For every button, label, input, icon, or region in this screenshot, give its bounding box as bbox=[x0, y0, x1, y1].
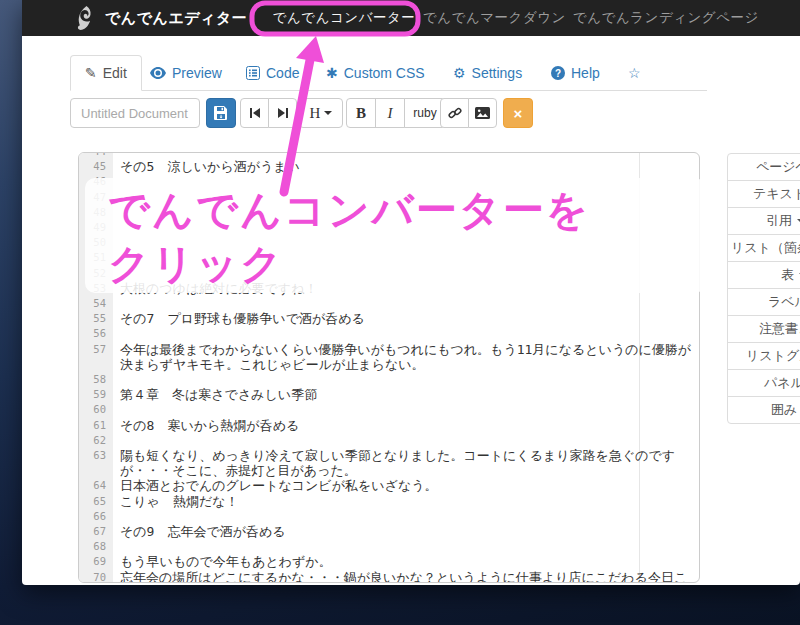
tab-favorite[interactable]: ☆ bbox=[628, 60, 641, 86]
line-text: その8 寒いから熱燗が呑める bbox=[113, 418, 699, 433]
editor-line: 61 その8 寒いから熱燗が呑める bbox=[79, 418, 699, 433]
heading-group: H bbox=[299, 98, 343, 128]
editor-line: 66 bbox=[79, 509, 699, 524]
line-number: 44 bbox=[79, 152, 113, 159]
chapter-nav-group bbox=[240, 98, 297, 128]
editor-line: 59 第４章 冬は寒さでさみしい季節 bbox=[79, 387, 699, 402]
sidebar-snippet-label: リストグル bbox=[746, 347, 800, 365]
annotation-line2: クリック bbox=[108, 237, 590, 291]
tab-settings[interactable]: ⚙ Settings bbox=[453, 60, 522, 86]
tab-settings-label: Settings bbox=[472, 65, 523, 81]
line-number: 54 bbox=[79, 296, 113, 311]
tab-custom-css[interactable]: ✱ Custom CSS bbox=[326, 60, 425, 86]
sidebar-snippet-button[interactable]: リスト（箇条 bbox=[727, 234, 800, 262]
snippet-sidebar: ページヘ テキスト 引用 リスト（箇条 表 ラベル 注意書き bbox=[727, 153, 800, 424]
line-number: 59 bbox=[79, 387, 113, 402]
tab-help[interactable]: ? Help bbox=[551, 60, 600, 86]
line-number: 69 bbox=[79, 554, 113, 569]
editor-line: 44 bbox=[79, 152, 699, 159]
chevron-down-icon bbox=[324, 111, 332, 115]
pencil-icon: ✎ bbox=[85, 66, 97, 80]
line-text: 日本酒とおでんのグレートなコンビが私をいざなう。 bbox=[113, 478, 699, 493]
tab-edit[interactable]: ✎ Edit bbox=[70, 55, 142, 91]
clear-document-button[interactable]: × bbox=[503, 98, 533, 128]
save-icon bbox=[214, 106, 228, 120]
sidebar-snippet-button[interactable]: リストグル bbox=[727, 342, 800, 370]
brand-link[interactable]: でんでんエディター bbox=[74, 0, 247, 36]
ruby-label: ruby bbox=[413, 106, 436, 120]
link-button[interactable] bbox=[440, 98, 469, 128]
line-number: 65 bbox=[79, 494, 113, 509]
sidebar-snippet-button[interactable]: パネル bbox=[727, 369, 800, 397]
editor-line: 67 その9 忘年会で酒が呑める bbox=[79, 524, 699, 539]
line-number: 68 bbox=[79, 539, 113, 554]
line-number: 57 bbox=[79, 342, 113, 372]
annotation-line1: でんでんコンバーターを bbox=[108, 183, 590, 237]
denden-snail-logo-icon bbox=[74, 5, 98, 31]
line-number: 67 bbox=[79, 524, 113, 539]
save-button[interactable] bbox=[206, 98, 236, 128]
editor-line: 45 その5 涼しいから酒がうまい bbox=[79, 159, 699, 174]
eye-icon bbox=[150, 67, 166, 79]
brand-label: でんでんエディター bbox=[105, 9, 247, 28]
sidebar-snippet-button[interactable]: 引用 bbox=[727, 207, 800, 235]
editor-line: 69 もう早いもので今年もあとわずか。 bbox=[79, 554, 699, 569]
nav-item-denden-converter[interactable]: でんでんコンバーター bbox=[270, 0, 418, 36]
insert-group bbox=[440, 98, 497, 128]
line-text: その9 忘年会で酒が呑める bbox=[113, 524, 699, 539]
bold-button[interactable]: B bbox=[346, 98, 376, 128]
line-number: 70 bbox=[79, 570, 113, 583]
tab-help-label: Help bbox=[571, 65, 600, 81]
heading-dropdown-button[interactable]: H bbox=[299, 98, 343, 128]
line-number: 56 bbox=[79, 326, 113, 341]
sidebar-snippet-label: 囲み bbox=[771, 401, 797, 419]
sidebar-snippet-button[interactable]: テキスト bbox=[727, 180, 800, 208]
italic-button[interactable]: I bbox=[375, 98, 405, 128]
editor-line: 64 日本酒とおでんのグレートなコンビが私をいざなう。 bbox=[79, 478, 699, 493]
line-text bbox=[113, 433, 699, 448]
step-backward-button[interactable] bbox=[240, 98, 269, 128]
sidebar-snippet-button[interactable]: 表 bbox=[727, 261, 800, 289]
nav-item-denden-landing-page[interactable]: でんでんランディングページ bbox=[573, 0, 759, 36]
star-icon: ☆ bbox=[628, 66, 641, 80]
tab-code[interactable]: Code bbox=[246, 60, 299, 86]
sidebar-snippet-button[interactable]: ラベル bbox=[727, 288, 800, 316]
editor-line: 57 今年は最後までわからないくらい優勝争いがもつれにもつれ。もう11月になると… bbox=[79, 342, 699, 372]
image-button[interactable] bbox=[468, 98, 497, 128]
sidebar-snippet-label: 表 bbox=[781, 266, 794, 284]
editor-line: 55 その7 プロ野球も優勝争いで酒が呑める bbox=[79, 311, 699, 326]
line-number: 63 bbox=[79, 448, 113, 478]
document-title-input[interactable] bbox=[70, 98, 200, 128]
sidebar-snippet-label: 引用 bbox=[766, 212, 792, 230]
line-text: もう早いもので今年もあとわずか。 bbox=[113, 554, 699, 569]
editor-toolbar: H B I ruby bbox=[22, 98, 800, 128]
sidebar-snippet-label: パネル bbox=[764, 374, 800, 392]
editor-line: 56 bbox=[79, 326, 699, 341]
sidebar-snippet-label: リスト（箇条 bbox=[731, 239, 800, 257]
line-text bbox=[113, 402, 699, 417]
line-number: 55 bbox=[79, 311, 113, 326]
asterisk-icon: ✱ bbox=[326, 66, 338, 80]
line-text bbox=[113, 152, 699, 159]
tab-preview[interactable]: Preview bbox=[150, 60, 222, 86]
step-forward-button[interactable] bbox=[268, 98, 297, 128]
sidebar-snippet-button[interactable]: ページヘ bbox=[727, 153, 800, 181]
sidebar-snippet-label: 注意書き bbox=[759, 320, 800, 338]
editor-line: 68 bbox=[79, 539, 699, 554]
editor-line: 60 bbox=[79, 402, 699, 417]
sidebar-snippet-label: テキスト bbox=[753, 185, 800, 203]
line-number: 58 bbox=[79, 372, 113, 387]
step-backward-icon bbox=[250, 108, 260, 118]
line-number: 66 bbox=[79, 509, 113, 524]
gear-icon: ⚙ bbox=[453, 66, 466, 80]
editor-line: 58 bbox=[79, 372, 699, 387]
close-icon: × bbox=[514, 105, 523, 122]
nav-item-denden-markdown[interactable]: でんでんマークダウン bbox=[423, 0, 566, 36]
tab-edit-label: Edit bbox=[103, 65, 127, 81]
line-text bbox=[113, 509, 699, 524]
line-number: 64 bbox=[79, 478, 113, 493]
sidebar-snippet-button[interactable]: 囲み bbox=[727, 396, 800, 424]
format-group: B I ruby bbox=[346, 98, 446, 128]
question-circle-icon: ? bbox=[551, 66, 565, 80]
sidebar-snippet-button[interactable]: 注意書き bbox=[727, 315, 800, 343]
